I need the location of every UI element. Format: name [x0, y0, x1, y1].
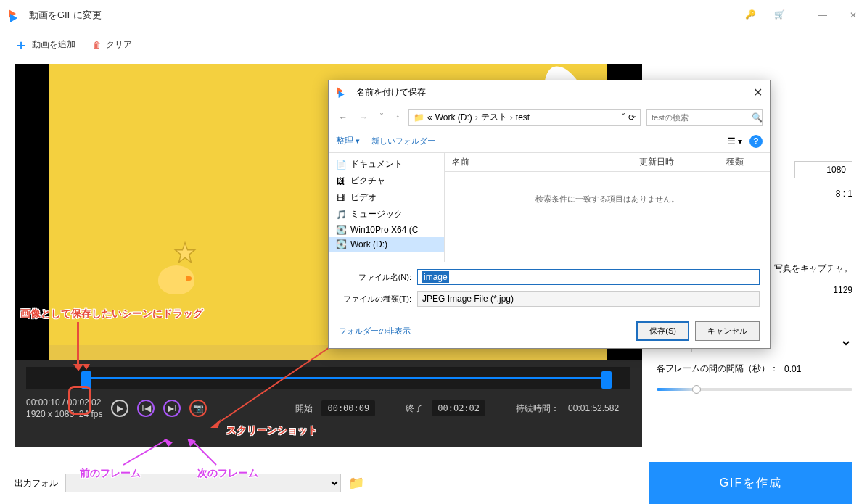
dialog-titlebar: 名前を付けて保存 ✕	[329, 80, 770, 104]
filetype-label: ファイルの種類(T):	[339, 294, 411, 305]
filetype-select[interactable]: JPEG Image File (*.jpg)	[417, 291, 760, 307]
new-folder-button[interactable]: 新しいフォルダー	[371, 136, 435, 146]
start-time[interactable]: 00:00:09	[321, 400, 375, 416]
key-icon[interactable]: 🔑	[745, 9, 757, 21]
nav-back-button[interactable]: ←	[336, 111, 350, 124]
prev-frame-button[interactable]: I◀	[137, 400, 155, 417]
star-graphic	[173, 241, 197, 265]
clear-label: クリア	[106, 38, 132, 51]
number-text: 1129	[833, 285, 852, 295]
save-dialog: 名前を付けて保存 ✕ ← → ˅ ↑ 📁 « Work (D:)› テスト› t…	[328, 80, 771, 349]
app-title: 動画をGIFに変更	[29, 9, 102, 22]
screenshot-button[interactable]: 📷	[189, 400, 207, 417]
play-button[interactable]: ▶	[111, 400, 128, 417]
folder-tree[interactable]: 📄ドキュメント 🖼ピクチャ 🎞ビデオ 🎵ミュージック 💽Win10Pro X64…	[329, 153, 445, 262]
clear-button[interactable]: 🗑 クリア	[93, 38, 132, 51]
tree-item-documents[interactable]: 📄ドキュメント	[329, 156, 444, 173]
end-label: 終了	[406, 402, 423, 415]
duration-value: 00:01:52.582	[568, 403, 619, 413]
col-name[interactable]: 名前	[452, 156, 639, 168]
bottom-bar: 出力フォル 📁 GIFを作成	[0, 462, 867, 504]
tree-item-work[interactable]: 💽Work (D:)	[329, 237, 444, 252]
chevron-down-icon[interactable]: ˅	[621, 112, 625, 123]
capture-text: 写真をキャプチャ。	[774, 263, 852, 275]
create-gif-button[interactable]: GIFを作成	[649, 462, 852, 504]
filename-label: ファイル名(N):	[339, 272, 411, 283]
search-icon[interactable]: 🔍	[752, 112, 763, 123]
tree-item-pictures[interactable]: 🖼ピクチャ	[329, 173, 444, 189]
start-label: 開始	[295, 402, 313, 415]
organize-button[interactable]: 整理 ▾	[336, 135, 360, 147]
list-header[interactable]: 名前 更新日時 種類	[445, 153, 770, 172]
ratio-text: 8 : 1	[836, 189, 852, 199]
col-type[interactable]: 種類	[726, 156, 763, 168]
duration-label: 持続時間：	[516, 402, 559, 415]
file-list: 名前 更新日時 種類 検索条件に一致する項目はありません。	[445, 153, 770, 262]
timeline-area: 00:00:10 / 00:02:02 1920 x 1080 24 fps ▶…	[15, 360, 642, 447]
path-breadcrumb[interactable]: 📁 « Work (D:)› テスト› test ˅ ⟳	[408, 109, 641, 126]
time-info: 00:00:10 / 00:02:02 1920 x 1080 24 fps	[26, 397, 102, 419]
folder-icon: 📁	[414, 112, 424, 123]
chick-graphic	[158, 265, 194, 294]
end-time[interactable]: 00:02:02	[432, 400, 485, 416]
output-folder-label: 出力フォル	[15, 477, 58, 489]
refresh-icon[interactable]: ⟳	[628, 112, 636, 123]
plus-icon: ＋	[15, 36, 28, 54]
view-options-button[interactable]: ☰ ▾	[728, 136, 742, 146]
dialog-logo-icon	[337, 86, 349, 98]
add-video-label: 動画を追加	[32, 38, 75, 51]
titlebar: 動画をGIFに変更 🔑 🛒 — ✕	[0, 0, 867, 30]
dialog-toolbar: 整理 ▾ 新しいフォルダー ☰ ▾ ?	[329, 130, 770, 153]
tree-item-videos[interactable]: 🎞ビデオ	[329, 189, 444, 206]
cart-icon[interactable]: 🛒	[774, 9, 786, 21]
width-input[interactable]	[794, 161, 852, 178]
interval-value: 0.01	[784, 364, 801, 374]
filename-input[interactable]: image	[417, 269, 760, 285]
nav-recent-button[interactable]: ˅	[377, 111, 387, 124]
close-button[interactable]: ✕	[848, 10, 858, 20]
tree-item-win10[interactable]: 💽Win10Pro X64 (C	[329, 223, 444, 237]
save-button[interactable]: 保存(S)	[636, 321, 689, 341]
toolbar: ＋ 動画を追加 🗑 クリア	[0, 30, 867, 59]
dialog-title: 名前を付けて保存	[356, 86, 426, 99]
add-video-button[interactable]: ＋ 動画を追加	[15, 36, 75, 54]
search-box[interactable]: 🔍	[646, 109, 763, 126]
output-folder-select[interactable]	[65, 474, 341, 492]
trim-start-handle[interactable]	[81, 371, 91, 389]
cancel-button[interactable]: キャンセル	[695, 321, 760, 341]
browse-folder-icon[interactable]: 📁	[348, 475, 364, 491]
dialog-close-button[interactable]: ✕	[753, 86, 763, 99]
next-frame-button[interactable]: ▶I	[163, 400, 181, 417]
trim-end-handle[interactable]	[601, 371, 612, 389]
nav-forward-button[interactable]: →	[356, 111, 371, 124]
nav-up-button[interactable]: ↑	[393, 111, 403, 124]
timeline-track[interactable]	[26, 367, 630, 389]
hide-folders-link[interactable]: フォルダーの非表示	[339, 326, 411, 336]
search-input[interactable]	[652, 113, 752, 122]
tree-item-music[interactable]: 🎵ミュージック	[329, 206, 444, 223]
dialog-nav: ← → ˅ ↑ 📁 « Work (D:)› テスト› test ˅ ⟳ 🔍	[329, 104, 770, 130]
trash-icon: 🗑	[93, 40, 102, 50]
empty-message: 検索条件に一致する項目はありません。	[445, 172, 770, 262]
interval-slider[interactable]	[657, 388, 852, 391]
minimize-button[interactable]: —	[818, 10, 828, 20]
col-date[interactable]: 更新日時	[639, 156, 726, 168]
help-icon[interactable]: ?	[749, 135, 763, 148]
app-logo-icon	[9, 8, 23, 22]
interval-label: 各フレームの間の間隔（秒）：	[657, 363, 778, 375]
